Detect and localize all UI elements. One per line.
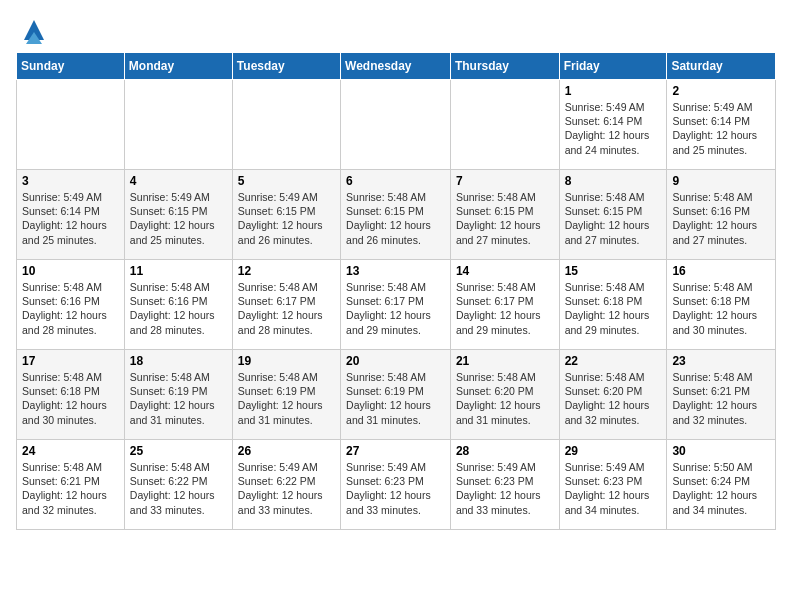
day-number: 21 (456, 354, 554, 368)
sunset-text: Sunset: 6:18 PM (672, 295, 750, 307)
day-info: Sunrise: 5:49 AM Sunset: 6:14 PM Dayligh… (22, 190, 119, 247)
day-info: Sunrise: 5:50 AM Sunset: 6:24 PM Dayligh… (672, 460, 770, 517)
sunset-text: Sunset: 6:14 PM (22, 205, 100, 217)
day-number: 7 (456, 174, 554, 188)
day-number: 11 (130, 264, 227, 278)
day-number: 19 (238, 354, 335, 368)
day-info: Sunrise: 5:49 AM Sunset: 6:23 PM Dayligh… (346, 460, 445, 517)
sunset-text: Sunset: 6:17 PM (456, 295, 534, 307)
day-info: Sunrise: 5:48 AM Sunset: 6:18 PM Dayligh… (565, 280, 662, 337)
sunset-text: Sunset: 6:23 PM (456, 475, 534, 487)
sunset-text: Sunset: 6:22 PM (130, 475, 208, 487)
daylight-text: Daylight: 12 hours and 32 minutes. (22, 489, 107, 515)
daylight-text: Daylight: 12 hours and 29 minutes. (456, 309, 541, 335)
sunrise-text: Sunrise: 5:49 AM (672, 101, 752, 113)
day-info: Sunrise: 5:49 AM Sunset: 6:22 PM Dayligh… (238, 460, 335, 517)
calendar-cell: 27 Sunrise: 5:49 AM Sunset: 6:23 PM Dayl… (341, 440, 451, 530)
day-info: Sunrise: 5:48 AM Sunset: 6:19 PM Dayligh… (130, 370, 227, 427)
calendar-cell: 28 Sunrise: 5:49 AM Sunset: 6:23 PM Dayl… (450, 440, 559, 530)
calendar-week-1: 1 Sunrise: 5:49 AM Sunset: 6:14 PM Dayli… (17, 80, 776, 170)
calendar-cell: 14 Sunrise: 5:48 AM Sunset: 6:17 PM Dayl… (450, 260, 559, 350)
day-number: 27 (346, 444, 445, 458)
day-info: Sunrise: 5:48 AM Sunset: 6:20 PM Dayligh… (456, 370, 554, 427)
day-number: 9 (672, 174, 770, 188)
sunrise-text: Sunrise: 5:48 AM (238, 371, 318, 383)
calendar-cell (124, 80, 232, 170)
day-number: 14 (456, 264, 554, 278)
calendar-cell: 1 Sunrise: 5:49 AM Sunset: 6:14 PM Dayli… (559, 80, 667, 170)
calendar-week-2: 3 Sunrise: 5:49 AM Sunset: 6:14 PM Dayli… (17, 170, 776, 260)
sunrise-text: Sunrise: 5:49 AM (130, 191, 210, 203)
sunset-text: Sunset: 6:15 PM (565, 205, 643, 217)
sunrise-text: Sunrise: 5:49 AM (565, 101, 645, 113)
sunrise-text: Sunrise: 5:49 AM (238, 461, 318, 473)
calendar-cell: 12 Sunrise: 5:48 AM Sunset: 6:17 PM Dayl… (232, 260, 340, 350)
day-number: 23 (672, 354, 770, 368)
day-number: 30 (672, 444, 770, 458)
col-header-thursday: Thursday (450, 53, 559, 80)
col-header-wednesday: Wednesday (341, 53, 451, 80)
day-number: 13 (346, 264, 445, 278)
day-number: 28 (456, 444, 554, 458)
calendar-cell (341, 80, 451, 170)
calendar-cell: 16 Sunrise: 5:48 AM Sunset: 6:18 PM Dayl… (667, 260, 776, 350)
sunrise-text: Sunrise: 5:49 AM (346, 461, 426, 473)
sunset-text: Sunset: 6:24 PM (672, 475, 750, 487)
calendar-cell: 4 Sunrise: 5:49 AM Sunset: 6:15 PM Dayli… (124, 170, 232, 260)
daylight-text: Daylight: 12 hours and 33 minutes. (238, 489, 323, 515)
calendar-cell: 24 Sunrise: 5:48 AM Sunset: 6:21 PM Dayl… (17, 440, 125, 530)
sunrise-text: Sunrise: 5:48 AM (130, 371, 210, 383)
day-number: 16 (672, 264, 770, 278)
daylight-text: Daylight: 12 hours and 34 minutes. (565, 489, 650, 515)
day-info: Sunrise: 5:48 AM Sunset: 6:17 PM Dayligh… (456, 280, 554, 337)
sunrise-text: Sunrise: 5:49 AM (565, 461, 645, 473)
daylight-text: Daylight: 12 hours and 31 minutes. (456, 399, 541, 425)
day-info: Sunrise: 5:48 AM Sunset: 6:16 PM Dayligh… (22, 280, 119, 337)
calendar-cell: 21 Sunrise: 5:48 AM Sunset: 6:20 PM Dayl… (450, 350, 559, 440)
col-header-friday: Friday (559, 53, 667, 80)
daylight-text: Daylight: 12 hours and 25 minutes. (130, 219, 215, 245)
sunrise-text: Sunrise: 5:48 AM (22, 281, 102, 293)
day-info: Sunrise: 5:48 AM Sunset: 6:16 PM Dayligh… (130, 280, 227, 337)
sunset-text: Sunset: 6:15 PM (238, 205, 316, 217)
daylight-text: Daylight: 12 hours and 31 minutes. (238, 399, 323, 425)
day-number: 8 (565, 174, 662, 188)
daylight-text: Daylight: 12 hours and 34 minutes. (672, 489, 757, 515)
sunset-text: Sunset: 6:23 PM (346, 475, 424, 487)
daylight-text: Daylight: 12 hours and 29 minutes. (346, 309, 431, 335)
sunset-text: Sunset: 6:19 PM (130, 385, 208, 397)
daylight-text: Daylight: 12 hours and 24 minutes. (565, 129, 650, 155)
sunrise-text: Sunrise: 5:49 AM (22, 191, 102, 203)
sunrise-text: Sunrise: 5:48 AM (672, 281, 752, 293)
day-number: 25 (130, 444, 227, 458)
sunrise-text: Sunrise: 5:48 AM (22, 371, 102, 383)
col-header-tuesday: Tuesday (232, 53, 340, 80)
calendar-cell (450, 80, 559, 170)
day-info: Sunrise: 5:48 AM Sunset: 6:17 PM Dayligh… (346, 280, 445, 337)
daylight-text: Daylight: 12 hours and 33 minutes. (456, 489, 541, 515)
sunrise-text: Sunrise: 5:49 AM (456, 461, 536, 473)
daylight-text: Daylight: 12 hours and 26 minutes. (346, 219, 431, 245)
sunset-text: Sunset: 6:18 PM (22, 385, 100, 397)
day-info: Sunrise: 5:49 AM Sunset: 6:15 PM Dayligh… (130, 190, 227, 247)
sunrise-text: Sunrise: 5:48 AM (565, 371, 645, 383)
sunset-text: Sunset: 6:21 PM (672, 385, 750, 397)
day-number: 18 (130, 354, 227, 368)
col-header-saturday: Saturday (667, 53, 776, 80)
sunset-text: Sunset: 6:19 PM (346, 385, 424, 397)
daylight-text: Daylight: 12 hours and 25 minutes. (672, 129, 757, 155)
daylight-text: Daylight: 12 hours and 31 minutes. (346, 399, 431, 425)
calendar-week-4: 17 Sunrise: 5:48 AM Sunset: 6:18 PM Dayl… (17, 350, 776, 440)
col-header-monday: Monday (124, 53, 232, 80)
sunrise-text: Sunrise: 5:48 AM (238, 281, 318, 293)
sunrise-text: Sunrise: 5:48 AM (456, 191, 536, 203)
day-info: Sunrise: 5:49 AM Sunset: 6:14 PM Dayligh… (672, 100, 770, 157)
daylight-text: Daylight: 12 hours and 28 minutes. (22, 309, 107, 335)
calendar-cell: 20 Sunrise: 5:48 AM Sunset: 6:19 PM Dayl… (341, 350, 451, 440)
calendar-week-3: 10 Sunrise: 5:48 AM Sunset: 6:16 PM Dayl… (17, 260, 776, 350)
daylight-text: Daylight: 12 hours and 33 minutes. (346, 489, 431, 515)
daylight-text: Daylight: 12 hours and 27 minutes. (456, 219, 541, 245)
sunrise-text: Sunrise: 5:48 AM (130, 281, 210, 293)
calendar-cell: 9 Sunrise: 5:48 AM Sunset: 6:16 PM Dayli… (667, 170, 776, 260)
day-number: 26 (238, 444, 335, 458)
